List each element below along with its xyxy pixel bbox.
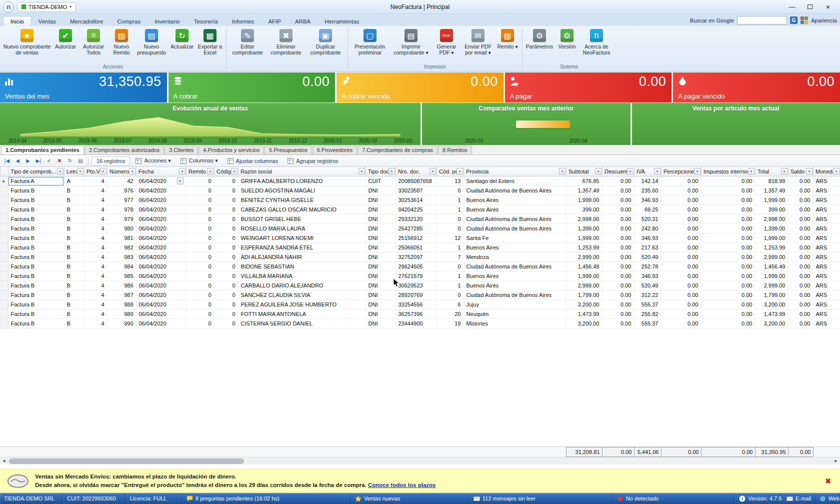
minimize-button[interactable]: —: [783, 1, 801, 13]
close-button[interactable]: ×: [819, 1, 837, 13]
google-search-icon[interactable]: G: [790, 16, 798, 24]
appearance-label[interactable]: Apariencia: [811, 18, 837, 24]
tab-inicio[interactable]: Inicio: [3, 16, 32, 26]
ribbon-button-remito[interactable]: ▥Remito ▾: [495, 27, 520, 56]
banner-link[interactable]: Conoce todos los plazos: [368, 482, 436, 488]
filter-dropdown-icon[interactable]: ▼: [694, 168, 700, 174]
filter-dropdown-icon[interactable]: ▼: [430, 168, 436, 174]
tab-tesorer-a[interactable]: Tesorería: [187, 16, 225, 26]
column-header-total[interactable]: Total▼: [756, 167, 788, 176]
table-row[interactable]: Factura BB497706/04/202000BENITEZ CYNTHI…: [0, 196, 840, 205]
ribbon-button-nuevo-remito[interactable]: ▥Nuevo Remito: [108, 27, 135, 56]
filter-dropdown-icon[interactable]: ▼: [129, 168, 136, 174]
filter-dropdown-icon[interactable]: ▼: [781, 168, 788, 174]
ribbon-button-versi-n[interactable]: ⚙Versión: [554, 27, 580, 56]
table-row[interactable]: Factura BB498106/04/202000WEINGART LOREN…: [0, 234, 840, 243]
tab-inventario[interactable]: Inventario: [148, 16, 187, 26]
ribbon-button-generar-pdf[interactable]: PDFGenerar PDF ▾: [432, 27, 461, 56]
filter-dropdown-icon[interactable]: ▼: [100, 168, 106, 174]
tab-herramientas[interactable]: Herramientas: [318, 16, 366, 26]
view-tab-6-proveedores[interactable]: 6.Proveedores: [312, 146, 358, 154]
column-header-percepciones[interactable]: Percepciones▼: [662, 167, 702, 176]
tab-compras[interactable]: Compras: [110, 16, 148, 26]
filter-dropdown-icon[interactable]: ▼: [654, 168, 660, 174]
tab-mercadolibre[interactable]: Mercadolibre: [63, 16, 110, 26]
next-icon[interactable]: ▶: [24, 158, 32, 164]
google-search-input[interactable]: [737, 16, 787, 24]
column-header-impuestos-internos[interactable]: Impuestos internos▼: [702, 167, 756, 176]
filter-dropdown-icon[interactable]: ▼: [231, 168, 238, 174]
column-header-pto-vta[interactable]: Pto.Vta.▼: [84, 167, 108, 176]
banner-close-icon[interactable]: ✖: [823, 477, 833, 485]
ribbon-button-exportar-a-excel[interactable]: ▦Exportar a Excel: [196, 27, 224, 56]
filter-dropdown-icon[interactable]: ▼: [358, 168, 365, 174]
tab-arba[interactable]: ARBA: [288, 16, 318, 26]
table-row[interactable]: Factura BB498506/04/202000VILLALBA MARIA…: [0, 272, 840, 281]
ribbon-button-enviar-pdf-por-email[interactable]: ✉Enviar PDF por email ▾: [461, 27, 495, 56]
table-row[interactable]: Factura BB497906/04/202000BUSSOT GRISEL …: [0, 214, 840, 224]
status-no-detectado[interactable]: No detectado: [613, 493, 735, 504]
column-header-n-mero[interactable]: Número▼: [108, 167, 136, 176]
table-row[interactable]: Factura BB498806/04/202000PEREZ AGUILERA…: [0, 300, 840, 310]
column-header-remito[interactable]: Remito▼: [186, 167, 214, 176]
filter-dropdown-icon[interactable]: ▼: [595, 168, 602, 174]
column-header-descuento[interactable]: Descuento▼: [602, 167, 634, 176]
table-row[interactable]: ▸Factura AA44206/04/2020▼00GRIFFA ADALBE…: [0, 176, 840, 186]
ribbon-button-imprimir-comprobante[interactable]: ▤Imprimir comprobante ▾: [390, 27, 432, 56]
view-tab-7-comprobantes-de-compras[interactable]: 7.Comprobantes de compras: [358, 146, 438, 154]
toolbar-button-agrupar-registros[interactable]: Agrupar registros: [284, 157, 342, 165]
status-licencia-full[interactable]: Licencia: FULL: [126, 493, 182, 504]
column-header-fecha[interactable]: Fecha▼: [136, 167, 186, 176]
view-tab-8-remitos[interactable]: 8.Remitos: [438, 146, 472, 154]
status-cuit-20229933060[interactable]: CUIT: 20229933060: [63, 493, 126, 504]
status-web[interactable]: Web: [816, 493, 840, 504]
status-8-preguntas-pendientes-16-02-hs[interactable]: 8 preguntas pendientes (16:02 hs): [182, 493, 351, 504]
last-icon[interactable]: ▶|: [34, 158, 43, 164]
column-header-c-digo[interactable]: Código▼: [214, 167, 238, 176]
column-header-provincia[interactable]: Provincia▼: [464, 167, 566, 176]
tab-ventas[interactable]: Ventas: [32, 16, 63, 26]
column-header-raz-n-social[interactable]: Razón social▼: [238, 167, 366, 176]
table-row[interactable]: Factura BB499006/04/202000CISTERNA SERGI…: [0, 319, 840, 328]
column-header-letra[interactable]: Letra▼: [64, 167, 84, 176]
toolbar-button-acciones[interactable]: Acciones ▾: [132, 156, 174, 165]
filter-dropdown-icon[interactable]: ▼: [57, 168, 64, 174]
ribbon-button-acerca-de-neofactura[interactable]: nAcerca de NeoFactura: [580, 27, 614, 56]
ribbon-button-editar-comprobante[interactable]: ✎Editar comprobante: [228, 27, 266, 56]
table-row[interactable]: Factura BB498006/04/202000ROSELLO MARIA …: [0, 224, 840, 234]
ribbon-button-duplicar-comprobante[interactable]: ▣Duplicar comprobante: [306, 27, 346, 56]
column-header-tipo-doc[interactable]: Tipo doc.▼: [366, 167, 396, 176]
table-row[interactable]: Factura BB498606/04/202000CARBALLO DARIO…: [0, 281, 840, 290]
view-tab-4-productos-y-servicios[interactable]: 4.Productos y servicios: [198, 146, 264, 154]
ribbon-button-par-metros[interactable]: ⚙Parámetros: [524, 27, 554, 56]
table-row[interactable]: Factura BB497606/04/202000SUELDO AGOSTIN…: [0, 186, 840, 196]
column-header-iva[interactable]: IVA▼: [634, 167, 662, 176]
column-header-saldo[interactable]: Saldo▼: [788, 167, 814, 176]
table-row[interactable]: Factura BB498906/04/202000FOTTI MAIRA AN…: [0, 310, 840, 319]
column-header-nro-doc[interactable]: Nro. doc.▼: [396, 167, 437, 176]
status-versi-n-4-7-54[interactable]: iVersión: 4.7.54: [735, 493, 782, 504]
view-tab-5-presupuestos[interactable]: 5.Presupuestos: [264, 146, 312, 154]
tab-afip[interactable]: AFIP: [261, 16, 288, 26]
column-header-tipo-de-comprob[interactable]: Tipo de comprob...▼: [8, 167, 64, 176]
tab-informes[interactable]: Informes: [225, 16, 262, 26]
view-tab-3-clientes[interactable]: 3.Clientes: [164, 146, 198, 154]
filter-dropdown-icon[interactable]: ▼: [627, 168, 634, 174]
ribbon-button-presentaci-n-preliminar[interactable]: ▢Presentación preliminar: [350, 27, 390, 56]
ribbon-button-nuevo-comprobante-de-ventas[interactable]: ★Nuevo comprobante de ventas: [2, 27, 52, 56]
ribbon-button-eliminar-comprobante[interactable]: ✖Eliminar comprobante: [266, 27, 306, 56]
filter-dropdown-icon[interactable]: ▼: [207, 168, 214, 174]
accept-icon[interactable]: ✔: [44, 158, 54, 164]
filter-dropdown-icon[interactable]: ▼: [748, 168, 754, 174]
table-row[interactable]: Factura BB498406/04/202000BIDONE SEBASTI…: [0, 262, 840, 272]
scroll-left-icon[interactable]: ◀: [0, 458, 8, 464]
filter-dropdown-icon[interactable]: ▼: [388, 168, 395, 174]
column-header-subtotal[interactable]: Subtotal▼: [566, 167, 602, 176]
maximize-button[interactable]: [801, 1, 819, 13]
date-dropdown-icon[interactable]: ▼: [177, 178, 184, 184]
status-tienda-demo-srl[interactable]: TIENDA-DEMO SRL: [0, 493, 63, 504]
horizontal-scrollbar[interactable]: ◀ ▶: [0, 457, 840, 464]
status-e-mail[interactable]: E-mail: [782, 493, 816, 504]
toolbar-button-ajustar-columnas[interactable]: Ajustar columnas: [224, 157, 282, 165]
filter-dropdown-icon[interactable]: ▼: [77, 168, 84, 174]
